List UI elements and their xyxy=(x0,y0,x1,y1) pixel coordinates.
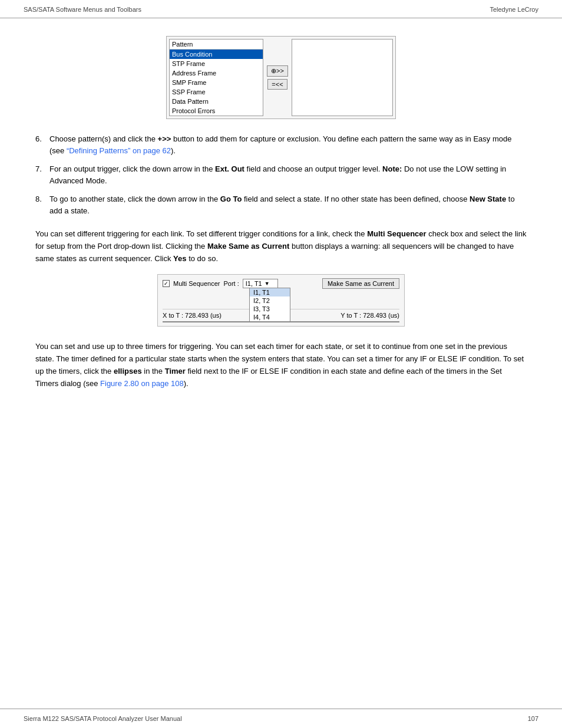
bold-text: Ext. Out xyxy=(215,164,244,173)
paragraph-multi-sequencer: You can set different triggering for eac… xyxy=(35,228,527,265)
pattern-list-item[interactable]: Bus Condition xyxy=(170,50,263,59)
pattern-widget-container: Pattern Bus ConditionSTP FrameAddress Fr… xyxy=(35,36,527,119)
numbered-list-item: 6.Choose pattern(s) and click the +>> bu… xyxy=(35,133,527,156)
numbered-list-item: 7.For an output trigger, click the down … xyxy=(35,163,527,186)
header-right: Teledyne LeCroy xyxy=(490,6,538,13)
pattern-list-header: Pattern xyxy=(170,39,263,50)
port-dropdown-open: I1, T1I2, T2I3, T3I4, T4 xyxy=(249,288,290,322)
list-content: For an output trigger, click the down ar… xyxy=(49,163,527,186)
port-dropdown[interactable]: I1, T1 ▼ xyxy=(243,279,278,288)
numbered-list: 6.Choose pattern(s) and click the +>> bu… xyxy=(35,133,527,216)
multi-seq-container: ✓ Multi Sequencer Port : I1, T1 ▼ Make S… xyxy=(35,274,527,327)
bold-text: +>> xyxy=(158,134,171,143)
bold-text: Note: xyxy=(382,164,402,173)
y-to-t-value: Y to T : 728.493 (us) xyxy=(340,312,399,319)
dropdown-item[interactable]: I4, T4 xyxy=(250,313,290,321)
dropdown-item[interactable]: I3, T3 xyxy=(250,305,290,313)
bold-text: ellipses xyxy=(114,367,142,375)
page-content: Pattern Bus ConditionSTP FrameAddress Fr… xyxy=(0,18,562,417)
make-same-as-current-button[interactable]: Make Same as Current xyxy=(322,278,399,289)
page-container: SAS/SATA Software Menus and Toolbars Tel… xyxy=(0,0,562,728)
port-label: Port : xyxy=(224,280,239,287)
list-number: 7. xyxy=(35,163,49,186)
footer-left: Sierra M122 SAS/SATA Protocol Analyzer U… xyxy=(24,715,182,722)
page-footer: Sierra M122 SAS/SATA Protocol Analyzer U… xyxy=(0,709,562,728)
add-pattern-button[interactable]: ⊕>> xyxy=(267,65,288,77)
pattern-list-item[interactable]: Data Pattern xyxy=(170,97,263,106)
cross-reference-link[interactable]: Figure 2.80 on page 108 xyxy=(100,379,184,388)
list-number: 8. xyxy=(35,193,49,216)
list-number: 6. xyxy=(35,133,49,156)
numbered-list-item: 8.To go to another state, click the down… xyxy=(35,193,527,216)
bold-text: Timer xyxy=(165,367,186,375)
pattern-list-item[interactable]: Address Frame xyxy=(170,68,263,78)
multi-seq-label: Multi Sequencer xyxy=(173,280,220,287)
dropdown-item[interactable]: I2, T2 xyxy=(250,297,290,305)
bold-text: Make Same as Current xyxy=(207,242,289,251)
header-left: SAS/SATA Software Menus and Toolbars xyxy=(24,6,141,13)
multi-seq-widget: ✓ Multi Sequencer Port : I1, T1 ▼ Make S… xyxy=(157,274,405,327)
list-content: Choose pattern(s) and click the +>> butt… xyxy=(49,133,527,156)
dropdown-item[interactable]: I1, T1 xyxy=(250,288,290,297)
dropdown-arrow-icon: ▼ xyxy=(265,281,270,286)
bold-text: New State xyxy=(470,195,506,203)
pattern-list-item[interactable]: Protocol Errors xyxy=(170,106,263,116)
cross-reference-link[interactable]: “Defining Patterns” on page 62 xyxy=(67,146,171,155)
page-number: 107 xyxy=(528,715,538,722)
pattern-items-container: Bus ConditionSTP FrameAddress FrameSMP F… xyxy=(170,50,263,116)
pattern-list-box: Pattern Bus ConditionSTP FrameAddress Fr… xyxy=(169,39,263,116)
list-content: To go to another state, click the down a… xyxy=(49,193,527,216)
pattern-list-item[interactable]: STP Frame xyxy=(170,59,263,68)
pattern-list-item[interactable]: SMP Frame xyxy=(170,78,263,87)
bold-text: Yes xyxy=(173,254,186,263)
pattern-buttons: ⊕>> =<< xyxy=(263,39,292,116)
pattern-right-box xyxy=(292,39,393,116)
pattern-list-item[interactable]: SSP Frame xyxy=(170,87,263,97)
bold-text: Multi Sequencer xyxy=(367,229,426,238)
x-to-t-value: X to T : 728.493 (us) xyxy=(163,312,222,319)
selected-port-value: I1, T1 xyxy=(246,280,262,287)
pattern-widget: Pattern Bus ConditionSTP FrameAddress Fr… xyxy=(166,36,396,119)
bold-text: Go To xyxy=(220,195,242,203)
page-header: SAS/SATA Software Menus and Toolbars Tel… xyxy=(0,0,562,18)
multi-sequencer-checkbox[interactable]: ✓ xyxy=(163,280,170,287)
remove-pattern-button[interactable]: =<< xyxy=(267,79,287,90)
paragraph-timers: You can set and use up to three timers f… xyxy=(35,341,527,390)
